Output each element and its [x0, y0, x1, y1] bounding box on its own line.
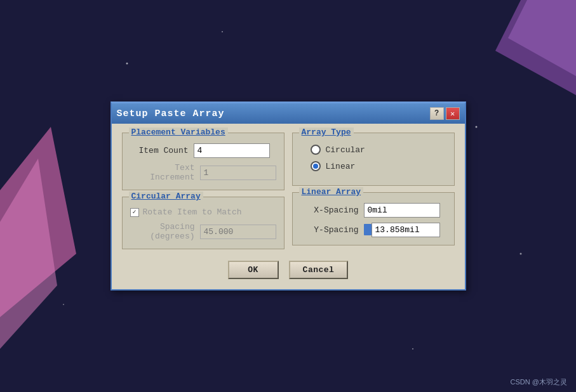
spacing-degrees-input: [200, 225, 276, 239]
linear-array-title: Linear Array: [299, 187, 364, 197]
placement-variables-group: Placement Variables Item Count Text Incr…: [122, 133, 285, 190]
y-spacing-input[interactable]: [372, 223, 440, 237]
close-button[interactable]: ✕: [446, 107, 460, 120]
array-type-group: Array Type Circular Linear: [292, 133, 455, 186]
right-column: Array Type Circular Linear: [292, 133, 455, 256]
text-increment-input: [200, 166, 276, 180]
rotate-label: Rotate Item to Match: [143, 207, 242, 217]
circular-array-group: Circular Array ✓ Rotate Item to Match Sp…: [122, 197, 285, 249]
linear-radio-label: Linear: [326, 162, 356, 171]
circular-radio-label: Circular: [326, 145, 365, 155]
help-button[interactable]: ?: [430, 107, 444, 120]
dialog-columns: Placement Variables Item Count Text Incr…: [122, 133, 455, 256]
dialog-body: Placement Variables Item Count Text Incr…: [112, 124, 465, 289]
linear-array-group: Linear Array X-Spacing Y-Spacing: [292, 192, 455, 245]
svg-marker-2: [0, 159, 57, 349]
cursor-icon: [364, 224, 372, 235]
linear-radio[interactable]: [311, 161, 321, 171]
x-spacing-input[interactable]: [364, 203, 440, 218]
ok-button[interactable]: OK: [228, 261, 279, 279]
circular-array-title: Circular Array: [129, 192, 203, 201]
svg-point-6: [222, 31, 223, 32]
item-count-row: Item Count: [130, 143, 276, 158]
spacing-degrees-label: Spacing (degrees): [130, 222, 200, 241]
checkbox-check-icon: ✓: [132, 209, 136, 216]
spacing-degrees-row: Spacing (degrees): [130, 222, 276, 241]
dialog-window: Setup Paste Array ? ✕ Placement Variable…: [111, 101, 466, 291]
circular-radio[interactable]: [311, 145, 321, 155]
array-type-radio-group: Circular Linear: [300, 140, 446, 171]
dialog-footer: OK Cancel: [122, 256, 455, 282]
svg-marker-4: [508, 0, 576, 76]
x-spacing-row: X-Spacing: [300, 203, 446, 218]
svg-point-8: [412, 348, 413, 350]
svg-marker-1: [0, 127, 76, 317]
title-bar: Setup Paste Array ? ✕: [112, 103, 465, 124]
circular-radio-row[interactable]: Circular: [300, 145, 446, 155]
linear-radio-dot: [313, 164, 318, 169]
svg-point-5: [126, 63, 128, 65]
rotate-checkbox[interactable]: ✓: [130, 208, 139, 217]
svg-point-10: [520, 253, 522, 255]
array-type-title: Array Type: [299, 127, 354, 137]
text-increment-row: Text Increment: [130, 163, 276, 182]
dialog-title: Setup Paste Array: [117, 108, 225, 119]
item-count-label: Item Count: [130, 146, 194, 155]
left-column: Placement Variables Item Count Text Incr…: [122, 133, 285, 256]
watermark: CSDN @木羽之灵: [511, 377, 567, 387]
svg-point-9: [63, 304, 64, 305]
placement-variables-title: Placement Variables: [129, 127, 228, 137]
rotate-item-row: ✓ Rotate Item to Match: [130, 207, 276, 217]
text-increment-label: Text Increment: [130, 163, 200, 182]
x-spacing-label: X-Spacing: [300, 206, 364, 215]
svg-point-7: [476, 126, 478, 128]
linear-radio-row[interactable]: Linear: [300, 161, 446, 171]
title-bar-buttons: ? ✕: [430, 107, 460, 120]
cancel-button[interactable]: Cancel: [289, 261, 349, 279]
y-spacing-row: Y-Spacing: [300, 223, 446, 237]
item-count-input[interactable]: [194, 143, 270, 158]
y-spacing-label: Y-Spacing: [300, 225, 364, 235]
svg-marker-3: [495, 0, 576, 95]
